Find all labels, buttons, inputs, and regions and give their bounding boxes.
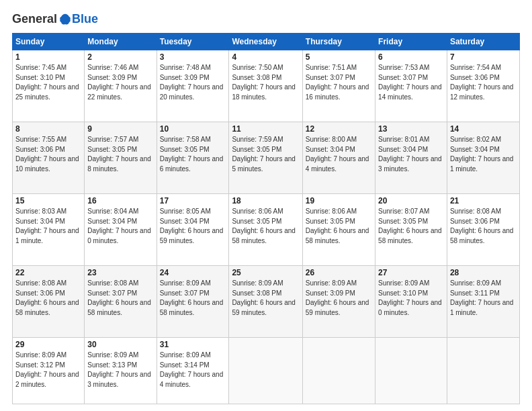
day-info: Sunrise: 8:09 AM Sunset: 3:08 PM Dayligh…	[232, 279, 299, 318]
day-info: Sunrise: 8:08 AM Sunset: 3:07 PM Dayligh…	[87, 279, 153, 318]
calendar-cell: 3 Sunrise: 7:48 AM Sunset: 3:09 PM Dayli…	[157, 50, 229, 122]
day-info: Sunrise: 7:54 AM Sunset: 3:06 PM Dayligh…	[450, 63, 517, 102]
weekday-header-wednesday: Wednesday	[229, 34, 302, 50]
logo-blue-text: Blue	[72, 12, 98, 26]
calendar-cell: 15 Sunrise: 8:03 AM Sunset: 3:04 PM Dayl…	[13, 194, 85, 266]
logo-bird-icon	[58, 13, 72, 26]
day-info: Sunrise: 7:50 AM Sunset: 3:08 PM Dayligh…	[232, 63, 299, 102]
day-info: Sunrise: 7:45 AM Sunset: 3:10 PM Dayligh…	[15, 63, 81, 102]
calendar-cell: 31 Sunrise: 8:09 AM Sunset: 3:14 PM Dayl…	[157, 338, 229, 404]
calendar-cell: 1 Sunrise: 7:45 AM Sunset: 3:10 PM Dayli…	[13, 50, 85, 122]
day-number: 31	[160, 340, 226, 349]
calendar-cell: 7 Sunrise: 7:54 AM Sunset: 3:06 PM Dayli…	[447, 50, 519, 122]
day-info: Sunrise: 7:58 AM Sunset: 3:05 PM Dayligh…	[160, 135, 226, 174]
day-info: Sunrise: 8:06 AM Sunset: 3:05 PM Dayligh…	[306, 207, 372, 246]
day-info: Sunrise: 7:59 AM Sunset: 3:05 PM Dayligh…	[232, 135, 299, 174]
calendar-cell: 17 Sunrise: 8:05 AM Sunset: 3:04 PM Dayl…	[157, 194, 229, 266]
calendar-cell: 12 Sunrise: 8:00 AM Sunset: 3:04 PM Dayl…	[302, 122, 375, 194]
day-number: 3	[160, 52, 226, 62]
day-number: 28	[450, 268, 517, 277]
header: General Blue	[12, 12, 520, 26]
day-info: Sunrise: 8:08 AM Sunset: 3:06 PM Dayligh…	[450, 207, 517, 246]
day-number: 22	[15, 268, 81, 277]
day-number: 17	[160, 196, 226, 205]
weekday-header-thursday: Thursday	[302, 34, 375, 50]
day-info: Sunrise: 8:05 AM Sunset: 3:04 PM Dayligh…	[160, 207, 226, 246]
weekday-header-row: SundayMondayTuesdayWednesdayThursdayFrid…	[13, 34, 520, 50]
calendar-cell: 26 Sunrise: 8:09 AM Sunset: 3:09 PM Dayl…	[302, 266, 375, 338]
day-number: 2	[87, 52, 153, 62]
calendar-cell: 10 Sunrise: 7:58 AM Sunset: 3:05 PM Dayl…	[157, 122, 229, 194]
day-number: 4	[232, 52, 299, 62]
calendar-cell: 21 Sunrise: 8:08 AM Sunset: 3:06 PM Dayl…	[447, 194, 519, 266]
week-row-2: 8 Sunrise: 7:55 AM Sunset: 3:06 PM Dayli…	[13, 122, 520, 194]
calendar-cell: 16 Sunrise: 8:04 AM Sunset: 3:04 PM Dayl…	[85, 194, 157, 266]
day-number: 23	[87, 268, 153, 277]
calendar-cell	[302, 338, 375, 404]
day-number: 10	[160, 124, 226, 134]
day-number: 5	[306, 52, 372, 62]
day-info: Sunrise: 7:48 AM Sunset: 3:09 PM Dayligh…	[160, 63, 226, 102]
day-number: 11	[232, 124, 299, 134]
weekday-header-tuesday: Tuesday	[157, 34, 229, 50]
day-number: 15	[15, 196, 81, 205]
day-info: Sunrise: 7:55 AM Sunset: 3:06 PM Dayligh…	[15, 135, 81, 174]
day-info: Sunrise: 8:01 AM Sunset: 3:04 PM Dayligh…	[378, 135, 444, 174]
day-number: 6	[378, 52, 444, 62]
day-number: 8	[15, 124, 81, 134]
day-info: Sunrise: 8:09 AM Sunset: 3:11 PM Dayligh…	[450, 279, 517, 318]
week-row-5: 29 Sunrise: 8:09 AM Sunset: 3:12 PM Dayl…	[13, 338, 520, 404]
day-number: 30	[87, 340, 153, 349]
day-info: Sunrise: 8:09 AM Sunset: 3:14 PM Dayligh…	[160, 351, 226, 390]
day-number: 16	[87, 196, 153, 205]
day-number: 24	[160, 268, 226, 277]
calendar-cell: 25 Sunrise: 8:09 AM Sunset: 3:08 PM Dayl…	[229, 266, 302, 338]
day-info: Sunrise: 8:09 AM Sunset: 3:09 PM Dayligh…	[306, 279, 372, 318]
calendar-cell: 2 Sunrise: 7:46 AM Sunset: 3:09 PM Dayli…	[85, 50, 157, 122]
calendar-cell	[447, 338, 519, 404]
week-row-1: 1 Sunrise: 7:45 AM Sunset: 3:10 PM Dayli…	[13, 50, 520, 122]
day-info: Sunrise: 7:51 AM Sunset: 3:07 PM Dayligh…	[306, 63, 372, 102]
day-number: 18	[232, 196, 299, 205]
day-info: Sunrise: 8:08 AM Sunset: 3:06 PM Dayligh…	[15, 279, 81, 318]
day-info: Sunrise: 8:09 AM Sunset: 3:07 PM Dayligh…	[160, 279, 226, 318]
calendar-cell: 11 Sunrise: 7:59 AM Sunset: 3:05 PM Dayl…	[229, 122, 302, 194]
day-number: 20	[378, 196, 444, 205]
day-info: Sunrise: 8:06 AM Sunset: 3:05 PM Dayligh…	[232, 207, 299, 246]
day-number: 1	[15, 52, 81, 62]
day-number: 13	[378, 124, 444, 134]
calendar-cell: 19 Sunrise: 8:06 AM Sunset: 3:05 PM Dayl…	[302, 194, 375, 266]
day-info: Sunrise: 8:09 AM Sunset: 3:12 PM Dayligh…	[15, 351, 81, 390]
day-number: 9	[87, 124, 153, 134]
week-row-4: 22 Sunrise: 8:08 AM Sunset: 3:06 PM Dayl…	[13, 266, 520, 338]
calendar-cell: 13 Sunrise: 8:01 AM Sunset: 3:04 PM Dayl…	[375, 122, 447, 194]
calendar-cell: 29 Sunrise: 8:09 AM Sunset: 3:12 PM Dayl…	[13, 338, 85, 404]
calendar-cell: 30 Sunrise: 8:09 AM Sunset: 3:13 PM Dayl…	[85, 338, 157, 404]
weekday-header-friday: Friday	[375, 34, 447, 50]
day-info: Sunrise: 8:04 AM Sunset: 3:04 PM Dayligh…	[87, 207, 153, 246]
calendar-cell: 9 Sunrise: 7:57 AM Sunset: 3:05 PM Dayli…	[85, 122, 157, 194]
day-info: Sunrise: 8:02 AM Sunset: 3:04 PM Dayligh…	[450, 135, 517, 174]
day-number: 29	[15, 340, 81, 349]
weekday-header-saturday: Saturday	[447, 34, 519, 50]
calendar-cell: 6 Sunrise: 7:53 AM Sunset: 3:07 PM Dayli…	[375, 50, 447, 122]
calendar-cell: 27 Sunrise: 8:09 AM Sunset: 3:10 PM Dayl…	[375, 266, 447, 338]
calendar-cell: 18 Sunrise: 8:06 AM Sunset: 3:05 PM Dayl…	[229, 194, 302, 266]
calendar-cell	[375, 338, 447, 404]
calendar-cell: 23 Sunrise: 8:08 AM Sunset: 3:07 PM Dayl…	[85, 266, 157, 338]
day-number: 27	[378, 268, 444, 277]
day-info: Sunrise: 8:00 AM Sunset: 3:04 PM Dayligh…	[306, 135, 372, 174]
day-info: Sunrise: 7:57 AM Sunset: 3:05 PM Dayligh…	[87, 135, 153, 174]
weekday-header-sunday: Sunday	[13, 34, 85, 50]
day-number: 12	[306, 124, 372, 134]
calendar-cell: 8 Sunrise: 7:55 AM Sunset: 3:06 PM Dayli…	[13, 122, 85, 194]
day-number: 19	[306, 196, 372, 205]
day-number: 7	[450, 52, 517, 62]
day-number: 21	[450, 196, 517, 205]
weekday-header-monday: Monday	[85, 34, 157, 50]
calendar-cell: 22 Sunrise: 8:08 AM Sunset: 3:06 PM Dayl…	[13, 266, 85, 338]
calendar-table: SundayMondayTuesdayWednesdayThursdayFrid…	[12, 33, 520, 404]
calendar-cell: 5 Sunrise: 7:51 AM Sunset: 3:07 PM Dayli…	[302, 50, 375, 122]
week-row-3: 15 Sunrise: 8:03 AM Sunset: 3:04 PM Dayl…	[13, 194, 520, 266]
day-number: 14	[450, 124, 517, 134]
